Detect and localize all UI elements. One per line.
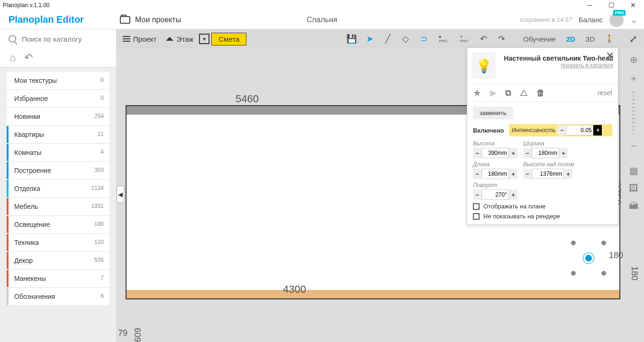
magnet-icon[interactable]: ⊃ xyxy=(419,34,428,44)
zoom-slider[interactable] xyxy=(632,91,635,134)
my-projects-link[interactable]: Мои проекты xyxy=(116,16,181,24)
intensity-label: Интенсивность xyxy=(512,127,556,134)
category-item[interactable]: Манекены7 xyxy=(7,270,109,287)
object-thumbnail: 💡 xyxy=(472,53,496,79)
dim-bottom: 4300 xyxy=(283,283,306,296)
eraser-icon[interactable]: ◇ xyxy=(401,34,410,44)
category-item[interactable]: Обозначения6 xyxy=(7,288,109,305)
category-item[interactable]: Новинки254 xyxy=(7,108,109,125)
project-menu[interactable]: Проект xyxy=(119,33,160,45)
search-icon xyxy=(9,35,16,43)
category-item[interactable]: Декор535 xyxy=(7,252,109,269)
chevron-down-icon[interactable]: ⌄ xyxy=(630,15,637,25)
dim-left1: 79 xyxy=(118,328,127,338)
category-item[interactable]: Отделка2134 xyxy=(7,180,109,197)
intensity-input[interactable] xyxy=(566,125,593,135)
image-icon[interactable]: 🖼 xyxy=(629,183,638,194)
walk-icon[interactable]: 🚶 xyxy=(605,35,614,43)
height-input[interactable] xyxy=(481,148,509,158)
category-item[interactable]: Техника110 xyxy=(7,234,109,251)
app-title: Planoplan v.1.1.00 xyxy=(3,2,50,9)
2d-tab[interactable]: 2D xyxy=(566,35,575,43)
zoom-in-icon[interactable]: ＋ xyxy=(629,72,638,85)
reset-button[interactable]: reset xyxy=(598,89,612,97)
grid-icon[interactable]: ▦ xyxy=(629,165,638,176)
training-tab[interactable]: Обучение xyxy=(523,35,556,43)
above-inc[interactable]: + xyxy=(564,169,572,179)
category-item[interactable]: Освещение180 xyxy=(7,216,109,233)
undo-icon[interactable]: ↶ xyxy=(479,34,488,44)
rot-inc[interactable]: + xyxy=(509,189,517,200)
category-item[interactable]: Мои текстуры0 xyxy=(7,72,109,89)
intensity-inc[interactable]: + xyxy=(593,125,602,135)
3d-tab[interactable]: 3D xyxy=(586,35,595,43)
floor-menu[interactable]: Этаж xyxy=(162,33,197,45)
length-inc[interactable]: + xyxy=(509,169,517,179)
window-maximize[interactable]: ☐ xyxy=(600,0,622,10)
zoom-out-icon[interactable]: − xyxy=(631,141,636,152)
line-icon[interactable]: ╱ xyxy=(383,34,392,44)
view-tools-rail: ⊕ ＋ − ▦ 🖼 🏔 xyxy=(623,47,644,211)
replace-button[interactable]: заменить xyxy=(473,107,513,119)
category-item[interactable]: Построение303 xyxy=(7,162,109,179)
sun-pro-icon[interactable]: ☀PRO xyxy=(458,34,470,44)
show-in-catalog-link[interactable]: показать в каталоге xyxy=(500,62,613,69)
back-icon[interactable]: ↶ xyxy=(24,52,33,64)
render-icon[interactable]: 🏔 xyxy=(629,200,638,211)
selected-object-gizmo[interactable] xyxy=(572,242,605,275)
trash-icon[interactable]: 🗑 xyxy=(536,88,545,98)
my-projects-label: Мои проекты xyxy=(135,16,181,24)
user-avatar[interactable]: PRO xyxy=(609,13,624,27)
star-icon[interactable]: ★ xyxy=(473,87,481,99)
dim-small2: 180 xyxy=(629,266,639,280)
length-input[interactable] xyxy=(481,169,509,179)
fullscreen-icon[interactable]: ⤢ xyxy=(623,33,644,45)
rotation-input[interactable] xyxy=(481,189,509,200)
category-item[interactable]: Избранное0 xyxy=(7,90,109,107)
target-icon[interactable]: ⊕ xyxy=(630,54,638,65)
pro-badge: PRO xyxy=(613,10,626,16)
height-dec[interactable]: − xyxy=(473,148,481,158)
category-item[interactable]: Мебель1931 xyxy=(7,198,109,215)
width-dec[interactable]: − xyxy=(523,148,532,158)
catalog-search-input[interactable] xyxy=(22,35,112,43)
dim-small1: 180 xyxy=(609,251,623,261)
window-minimize[interactable]: ─ xyxy=(579,0,600,10)
mirror-icon[interactable]: ⧍ xyxy=(520,88,528,98)
hide-on-render-checkbox[interactable]: Не показывать на рендере xyxy=(473,213,612,220)
save-icon[interactable]: 💾 xyxy=(347,34,356,44)
length-dec[interactable]: − xyxy=(473,169,481,179)
height-inc[interactable]: + xyxy=(509,148,517,158)
estimate-button[interactable]: Смета xyxy=(211,33,246,45)
copy-icon[interactable]: ⧉ xyxy=(505,88,511,98)
dim-top: 5460 xyxy=(236,93,259,105)
room-name: Спальня xyxy=(307,16,337,24)
category-item[interactable]: Квартиры11 xyxy=(7,126,109,143)
window-close[interactable]: ✕ xyxy=(622,0,644,10)
rot-dec[interactable]: − xyxy=(473,189,481,200)
above-floor-input[interactable] xyxy=(532,169,564,179)
play-icon[interactable]: ▶ xyxy=(490,88,497,98)
width-input[interactable] xyxy=(532,148,559,158)
app-logo[interactable]: Planoplan Editor xyxy=(0,14,116,25)
width-inc[interactable]: + xyxy=(559,148,568,158)
home-icon[interactable]: ⌂ xyxy=(9,52,16,64)
house-icon xyxy=(166,37,173,41)
redo-icon[interactable]: ↷ xyxy=(497,34,506,44)
enabled-label: Включено xyxy=(473,127,504,134)
window-titlebar: Planoplan v.1.1.00 ─ ☐ ✕ xyxy=(0,0,644,10)
hamburger-icon xyxy=(123,38,130,39)
above-dec[interactable]: − xyxy=(523,169,532,179)
catalog-sidebar: ⌂ ↶ Мои текстуры0Избранное0Новинки254Ква… xyxy=(0,48,116,342)
balance-link[interactable]: Баланс xyxy=(579,16,603,24)
camera-pro-icon[interactable]: ■PRO xyxy=(437,34,449,44)
intensity-dec[interactable]: − xyxy=(557,125,566,135)
floor-dropdown[interactable]: ▼ xyxy=(199,34,209,44)
category-item[interactable]: Комнаты4 xyxy=(7,144,109,161)
dim-left2: 609 xyxy=(132,328,142,342)
cursor-icon[interactable]: ➤ xyxy=(365,34,374,44)
close-icon[interactable]: ✕ xyxy=(606,50,614,62)
show-on-plan-checkbox[interactable]: Отображать на плане xyxy=(473,203,612,210)
collapse-sidebar-handle[interactable]: ◀ xyxy=(117,186,124,203)
inspector-panel: 💡 Настенный светильник Two-head показать… xyxy=(467,47,618,225)
